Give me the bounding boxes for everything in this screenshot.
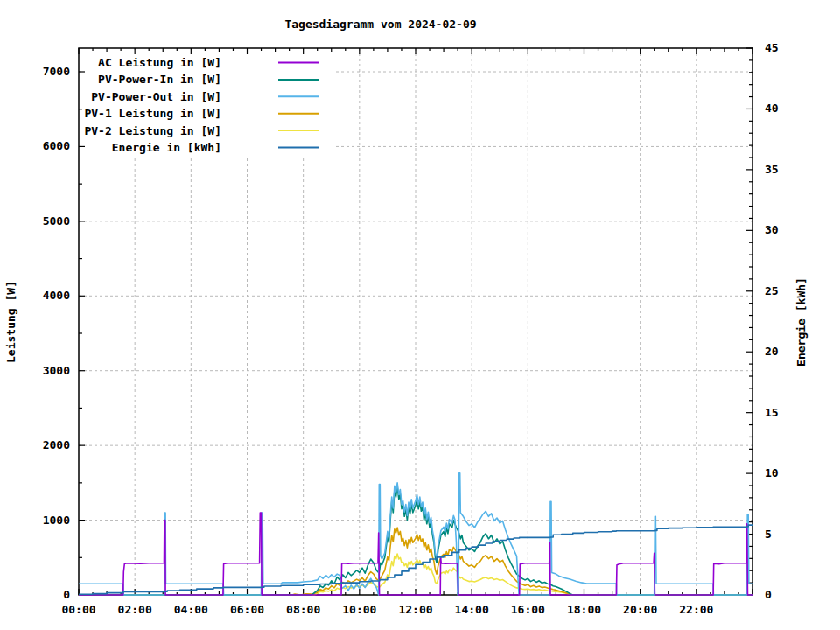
y-right-tick-label: 0 — [765, 588, 772, 601]
y-left-tick-label: 4000 — [43, 289, 70, 302]
y-right-tick-label: 5 — [765, 528, 772, 541]
y-left-tick-label: 5000 — [43, 214, 70, 228]
x-tick-label: 14:00 — [455, 603, 489, 616]
chart-canvas: AC Leistung in [W]PV-Power-In in [W]PV-P… — [0, 0, 840, 630]
x-tick-label: 10:00 — [342, 603, 376, 616]
x-tick-label: 02:00 — [118, 603, 152, 616]
legend-label: PV-2 Leistung in [W] — [84, 124, 221, 137]
legend-label: Energie in [kWh] — [112, 141, 221, 154]
y-right-tick-label: 30 — [765, 223, 779, 236]
chart-title: Tagesdiagramm vom 2024-02-09 — [284, 18, 476, 31]
x-tick-label: 08:00 — [286, 603, 320, 616]
y-right-tick-label: 35 — [765, 163, 779, 176]
y-left-tick-label: 3000 — [43, 364, 70, 377]
x-tick-label: 22:00 — [679, 603, 713, 616]
x-tick-label: 06:00 — [230, 603, 264, 616]
chart-window: AC Leistung in [W]PV-Power-In in [W]PV-P… — [0, 0, 840, 630]
x-tick-label: 20:00 — [623, 603, 657, 616]
y-left-tick-label: 2000 — [43, 438, 70, 452]
y-left-tick-label: 0 — [63, 588, 70, 601]
y-right-tick-label: 40 — [765, 102, 779, 115]
y-left-tick-label: 7000 — [43, 65, 70, 78]
x-tick-label: 04:00 — [174, 603, 208, 616]
y-right-tick-label: 10 — [765, 466, 779, 480]
y-left-axis-label: Leistung [W] — [4, 281, 18, 363]
legend-label: PV-Power-In in [W] — [98, 73, 221, 86]
y-right-tick-label: 25 — [765, 284, 779, 298]
x-tick-label: 00:00 — [61, 603, 95, 616]
y-left-tick-label: 6000 — [43, 139, 70, 152]
legend-label: PV-1 Leistung in [W] — [84, 107, 221, 120]
x-tick-label: 12:00 — [398, 603, 432, 616]
x-tick-label: 16:00 — [511, 603, 545, 616]
y-right-tick-label: 45 — [765, 41, 779, 54]
legend-label: AC Leistung in [W] — [98, 56, 221, 69]
y-right-axis-label: Energie [kWh] — [794, 277, 808, 367]
x-tick-label: 18:00 — [567, 603, 601, 616]
y-left-tick-label: 1000 — [43, 514, 70, 527]
y-right-tick-label: 15 — [765, 406, 779, 419]
legend-label: PV-Power-Out in [W] — [91, 90, 221, 103]
y-right-tick-label: 20 — [765, 345, 779, 358]
